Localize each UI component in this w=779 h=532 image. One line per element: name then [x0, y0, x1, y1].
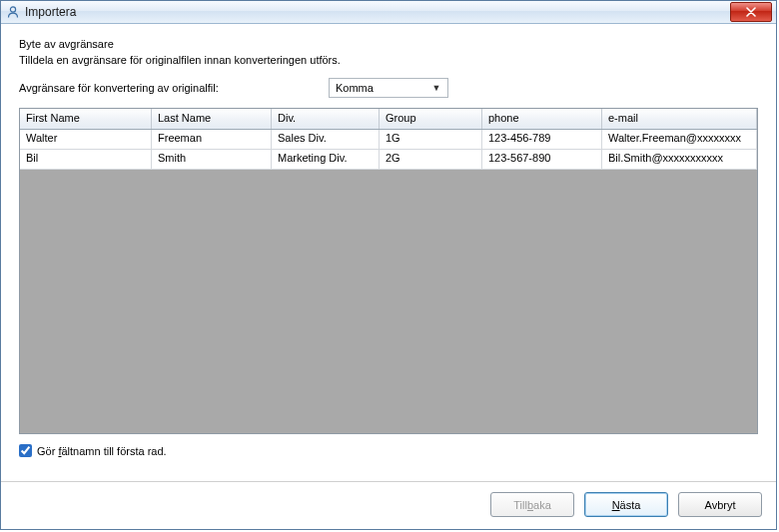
first-row-fieldnames-label[interactable]: Gör fältnamn till första rad. [37, 445, 167, 457]
section-heading: Byte av avgränsare [19, 38, 758, 50]
section-subheading: Tilldela en avgränsare för originalfilen… [19, 54, 758, 66]
cell: 1G [380, 130, 482, 149]
svg-point-0 [10, 7, 15, 12]
first-row-fieldnames-option: Gör fältnamn till första rad. [19, 444, 758, 457]
table-row[interactable]: Bil Smith Marketing Div. 2G 123-567-890 … [20, 150, 757, 170]
cell: Marketing Div. [272, 150, 380, 169]
column-header[interactable]: Last Name [152, 109, 272, 129]
cell: Walter [20, 130, 152, 149]
cancel-button[interactable]: Avbryt [678, 492, 762, 517]
titlebar: Importera [1, 1, 776, 24]
column-header[interactable]: Div. [272, 109, 380, 129]
column-header[interactable]: Group [380, 109, 482, 129]
delimiter-row: Avgränsare för konvertering av originalf… [19, 78, 758, 98]
cell: 2G [380, 150, 482, 169]
cell: 123-567-890 [482, 150, 602, 169]
chevron-down-icon: ▼ [429, 83, 443, 93]
import-dialog: Importera Byte av avgränsare Tilldela en… [0, 0, 777, 530]
column-header[interactable]: First Name [20, 109, 152, 129]
user-icon [5, 4, 21, 20]
dialog-body: Byte av avgränsare Tilldela en avgränsar… [1, 24, 776, 481]
table-row[interactable]: Walter Freeman Sales Div. 1G 123-456-789… [20, 130, 757, 150]
cell: 123-456-789 [482, 130, 602, 149]
delimiter-select[interactable]: Komma ▼ [329, 78, 448, 98]
close-icon [746, 7, 756, 17]
column-header[interactable]: e-mail [602, 109, 757, 129]
next-button[interactable]: Nästa [584, 492, 668, 517]
back-button: Tillbaka [490, 492, 574, 517]
delimiter-value: Komma [336, 82, 429, 94]
preview-table: First Name Last Name Div. Group phone e-… [19, 108, 758, 434]
cell: Walter.Freeman@xxxxxxxx [602, 130, 757, 149]
table-header-row: First Name Last Name Div. Group phone e-… [20, 109, 757, 130]
cell: Bil [20, 150, 152, 169]
table-body: Walter Freeman Sales Div. 1G 123-456-789… [20, 130, 757, 433]
cell: Smith [152, 150, 272, 169]
window-title: Importera [25, 5, 730, 19]
dialog-footer: Tillbaka Nästa Avbryt [1, 481, 776, 529]
column-header[interactable]: phone [482, 109, 602, 129]
close-button[interactable] [730, 2, 772, 22]
first-row-fieldnames-checkbox[interactable] [19, 444, 32, 457]
cell: Bil.Smith@xxxxxxxxxxx [602, 150, 757, 169]
cell: Freeman [152, 130, 272, 149]
cell: Sales Div. [272, 130, 380, 149]
delimiter-label: Avgränsare för konvertering av originalf… [19, 82, 329, 94]
